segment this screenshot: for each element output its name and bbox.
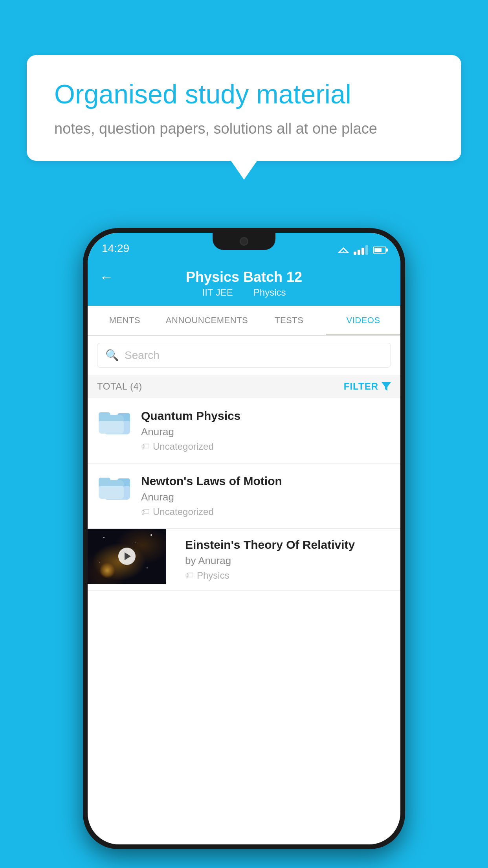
header-title: Physics Batch 12: [186, 269, 302, 285]
video-info-3: Einstein's Theory Of Relativity by Anura…: [176, 529, 400, 590]
list-item[interactable]: Einstein's Theory Of Relativity by Anura…: [88, 529, 400, 591]
header-subtitle: IIT JEE Physics: [199, 287, 289, 298]
subtitle-part2: Physics: [253, 287, 286, 298]
video-title-3: Einstein's Theory Of Relativity: [185, 538, 391, 552]
tab-announcements[interactable]: ANNOUNCEMENTS: [162, 306, 252, 335]
tab-ments[interactable]: MENTS: [88, 306, 162, 335]
phone-wrapper: 14:29: [83, 228, 405, 849]
folder-icon-wrap-1: [97, 409, 132, 434]
video-thumbnail-3: [88, 529, 166, 584]
app-header: ← Physics Batch 12 IIT JEE Physics: [88, 259, 400, 306]
video-author-2: Anurag: [141, 491, 391, 503]
filter-funnel-icon: [382, 382, 391, 391]
speech-bubble-container: Organised study material notes, question…: [27, 55, 461, 161]
thumbnail-background: [88, 529, 166, 584]
wifi-icon: [338, 247, 349, 253]
filter-bar: TOTAL (4) FILTER: [88, 375, 400, 398]
video-info-2: Newton's Laws of Motion Anurag 🏷 Uncateg…: [141, 474, 391, 517]
status-icons: [338, 245, 386, 255]
status-time: 14:29: [102, 242, 129, 255]
list-item[interactable]: Newton's Laws of Motion Anurag 🏷 Uncateg…: [88, 463, 400, 529]
search-placeholder: Search: [125, 349, 160, 362]
tab-tests[interactable]: TESTS: [252, 306, 326, 335]
battery-icon: [373, 246, 386, 254]
play-button-icon[interactable]: [118, 548, 136, 565]
filter-button[interactable]: FILTER: [344, 381, 391, 392]
signal-icon: [354, 245, 368, 255]
video-info-1: Quantum Physics Anurag 🏷 Uncategorized: [141, 409, 391, 452]
subtitle-separator: [242, 287, 247, 298]
filter-label: FILTER: [344, 381, 378, 392]
folder-double-icon: [99, 409, 130, 434]
speech-bubble-subtext: notes, question papers, solutions all at…: [54, 120, 434, 137]
search-bar[interactable]: 🔍 Search: [97, 343, 391, 368]
tab-videos[interactable]: VIDEOS: [326, 306, 400, 335]
folder-front-front-2: [99, 486, 124, 499]
phone-notch: [213, 233, 275, 250]
video-tag-1: 🏷 Uncategorized: [141, 441, 391, 452]
video-title-1: Quantum Physics: [141, 409, 391, 423]
tabs-container: MENTS ANNOUNCEMENTS TESTS VIDEOS: [88, 306, 400, 336]
back-button[interactable]: ←: [99, 269, 114, 285]
video-tag-2: 🏷 Uncategorized: [141, 506, 391, 517]
app-background: Organised study material notes, question…: [0, 0, 488, 868]
search-container: 🔍 Search: [88, 336, 400, 375]
tag-label-3: Physics: [197, 570, 229, 581]
phone-outer: 14:29: [83, 228, 405, 849]
play-triangle: [125, 552, 131, 560]
speech-bubble: Organised study material notes, question…: [27, 55, 461, 161]
svg-marker-0: [382, 382, 391, 391]
list-item[interactable]: Quantum Physics Anurag 🏷 Uncategorized: [88, 398, 400, 463]
video-author-3: by Anurag: [185, 555, 391, 567]
video-tag-3: 🏷 Physics: [185, 570, 391, 581]
subtitle-part1: IIT JEE: [202, 287, 233, 298]
search-icon: 🔍: [105, 349, 119, 362]
folder-front-front: [99, 421, 124, 434]
tag-icon-2: 🏷: [141, 507, 150, 517]
tag-label-2: Uncategorized: [153, 506, 214, 517]
tag-icon-3: 🏷: [185, 570, 194, 581]
tag-icon-1: 🏷: [141, 441, 150, 452]
folder-double-icon-2: [99, 474, 130, 500]
video-author-1: Anurag: [141, 426, 391, 438]
camera-icon: [240, 237, 248, 246]
video-title-2: Newton's Laws of Motion: [141, 474, 391, 488]
video-list: Quantum Physics Anurag 🏷 Uncategorized: [88, 398, 400, 591]
speech-bubble-heading: Organised study material: [54, 79, 434, 109]
total-count: TOTAL (4): [97, 381, 142, 392]
tag-label-1: Uncategorized: [153, 441, 214, 452]
phone-screen: 14:29: [88, 233, 400, 844]
folder-icon-wrap-2: [97, 474, 132, 500]
